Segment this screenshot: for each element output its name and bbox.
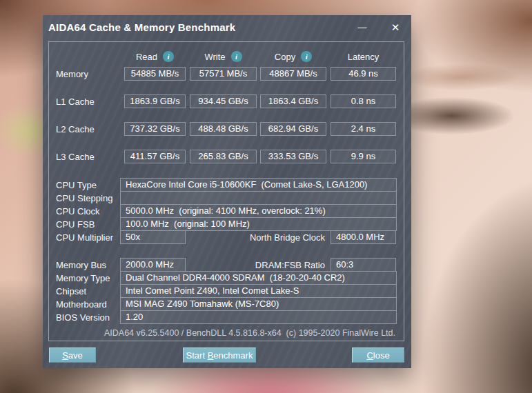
cpu-stepping-label: CPU Stepping: [56, 193, 112, 203]
row-label-l2-cache: L2 Cache: [56, 124, 95, 134]
benchmark-row-l2-cache: L2 Cache 737.32 GB/s 488.48 GB/s 682.94 …: [49, 122, 404, 136]
system-row-cpu-clock: CPU Clock 5000.0 MHz (original: 4100 MHz…: [49, 204, 404, 218]
l1-latency-value: 0.8 ns: [331, 94, 396, 108]
memory-write-value: 57571 MB/s: [190, 67, 257, 81]
memory-latency-value: 46.9 ns: [331, 67, 396, 81]
latency-column-label: Latency: [348, 52, 380, 62]
cpu-fsb-value: 100.0 MHz (original: 100 MHz): [120, 217, 397, 231]
benchmark-row-l1-cache: L1 Cache 1863.9 GB/s 934.45 GB/s 1863.4 …: [49, 94, 404, 108]
l1-copy-value: 1863.4 GB/s: [260, 94, 326, 108]
copy-column-label: Copy: [275, 52, 295, 62]
motherboard-label: Motherboard: [56, 299, 107, 310]
benchmark-row-l3-cache: L3 Cache 411.57 GB/s 265.83 GB/s 333.53 …: [49, 150, 404, 163]
write-info-icon[interactable]: i: [231, 51, 242, 62]
cpu-type-value: HexaCore Intel Core i5-10600KF (Comet La…: [120, 178, 397, 192]
cpu-type-label: CPU Type: [56, 180, 97, 190]
north-bridge-clock-label: North Bridge Clock: [221, 232, 325, 243]
write-column-label: Write: [204, 52, 225, 62]
cpu-fsb-label: CPU FSB: [56, 219, 95, 230]
close-button[interactable]: Close: [352, 347, 404, 363]
bios-version-label: BIOS Version: [56, 312, 110, 323]
title-bar[interactable]: AIDA64 Cache & Memory Benchmark — ✕: [43, 15, 411, 41]
version-credits: AIDA64 v6.25.5400 / BenchDLL 4.5.816.8-x…: [104, 328, 395, 338]
start-label-pre: Start: [186, 350, 208, 361]
motherboard-value: MSI MAG Z490 Tomahawk (MS-7C80): [120, 297, 397, 311]
system-row-cpu-stepping: CPU Stepping: [49, 191, 404, 205]
row-label-memory: Memory: [56, 69, 88, 79]
save-label-hotkey: S: [62, 350, 68, 361]
system-row-bios-version: BIOS Version 1.20: [49, 310, 404, 324]
copy-info-icon[interactable]: i: [301, 51, 312, 62]
close-icon: ✕: [391, 21, 400, 33]
cpu-multiplier-value: 50x: [120, 230, 186, 244]
system-row-memory-bus: Memory Bus 2000.0 MHz DRAM:FSB Ratio 60:…: [49, 258, 404, 272]
minimize-button[interactable]: —: [351, 19, 373, 37]
l1-read-value: 1863.9 GB/s: [124, 94, 186, 108]
close-label-hotkey: C: [366, 350, 373, 361]
read-info-icon[interactable]: i: [163, 51, 174, 62]
system-row-chipset: Chipset Intel Comet Point Z490, Intel Co…: [49, 284, 404, 298]
cpu-clock-value: 5000.0 MHz (original: 4100 MHz, overcloc…: [120, 204, 397, 218]
l3-read-value: 411.57 GB/s: [124, 150, 186, 163]
benchmark-header-row: Read i Write i Copy i Latency: [49, 50, 404, 63]
memory-bus-label: Memory Bus: [56, 260, 106, 270]
system-row-cpu-fsb: CPU FSB 100.0 MHz (original: 100 MHz): [49, 217, 404, 231]
memory-bus-value: 2000.0 MHz: [120, 258, 186, 272]
cpu-clock-label: CPU Clock: [56, 206, 100, 216]
l2-copy-value: 682.94 GB/s: [260, 122, 326, 136]
l3-copy-value: 333.53 GB/s: [260, 150, 326, 163]
system-row-motherboard: Motherboard MSI MAG Z490 Tomahawk (MS-7C…: [49, 297, 404, 311]
l1-write-value: 934.45 GB/s: [190, 94, 257, 108]
memory-type-value: Dual Channel DDR4-4000 SDRAM (18-20-20-4…: [120, 271, 397, 285]
l3-latency-value: 9.9 ns: [331, 150, 396, 163]
cpu-stepping-value: [120, 191, 397, 205]
chipset-label: Chipset: [56, 286, 86, 296]
memory-type-label: Memory Type: [56, 273, 110, 283]
l2-write-value: 488.48 GB/s: [190, 122, 257, 136]
start-label-post: enchmark: [213, 350, 253, 361]
close-label-post: lose: [373, 350, 390, 361]
system-row-cpu-type: CPU Type HexaCore Intel Core i5-10600KF …: [49, 178, 404, 192]
chipset-value: Intel Comet Point Z490, Intel Comet Lake…: [120, 284, 397, 298]
memory-read-value: 54885 MB/s: [124, 67, 186, 81]
benchmark-row-memory: Memory 54885 MB/s 57571 MB/s 48867 MB/s …: [49, 67, 404, 81]
dram-fsb-ratio-value: 60:3: [331, 258, 396, 272]
read-column-label: Read: [136, 52, 157, 62]
column-header-write: Write i: [190, 50, 257, 63]
row-label-l3-cache: L3 Cache: [56, 152, 95, 162]
start-benchmark-button[interactable]: Start Benchmark: [183, 347, 256, 363]
aida64-benchmark-window: AIDA64 Cache & Memory Benchmark — ✕ Read…: [43, 15, 411, 368]
row-label-l1-cache: L1 Cache: [56, 97, 95, 107]
north-bridge-clock-value: 4800.0 MHz: [331, 230, 396, 244]
minimize-icon: —: [358, 22, 367, 32]
l3-write-value: 265.83 GB/s: [190, 150, 257, 163]
system-row-cpu-multiplier: CPU Multiplier 50x North Bridge Clock 48…: [49, 230, 404, 244]
results-panel: Read i Write i Copy i Latency Memory 548…: [48, 41, 404, 341]
l2-read-value: 737.32 GB/s: [124, 122, 186, 136]
column-header-latency: Latency: [331, 50, 396, 63]
l2-latency-value: 2.4 ns: [331, 122, 396, 136]
save-label-post: ave: [68, 350, 83, 361]
memory-copy-value: 48867 MB/s: [260, 67, 326, 81]
window-title: AIDA64 Cache & Memory Benchmark: [48, 21, 235, 33]
bios-version-value: 1.20: [120, 310, 397, 324]
system-row-memory-type: Memory Type Dual Channel DDR4-4000 SDRAM…: [49, 271, 404, 285]
dram-fsb-ratio-label: DRAM:FSB Ratio: [221, 260, 325, 270]
cpu-multiplier-label: CPU Multiplier: [56, 232, 113, 243]
column-header-read: Read i: [124, 50, 186, 63]
save-button[interactable]: Save: [49, 347, 96, 363]
close-window-button[interactable]: ✕: [384, 19, 406, 37]
column-header-copy: Copy i: [260, 50, 326, 63]
